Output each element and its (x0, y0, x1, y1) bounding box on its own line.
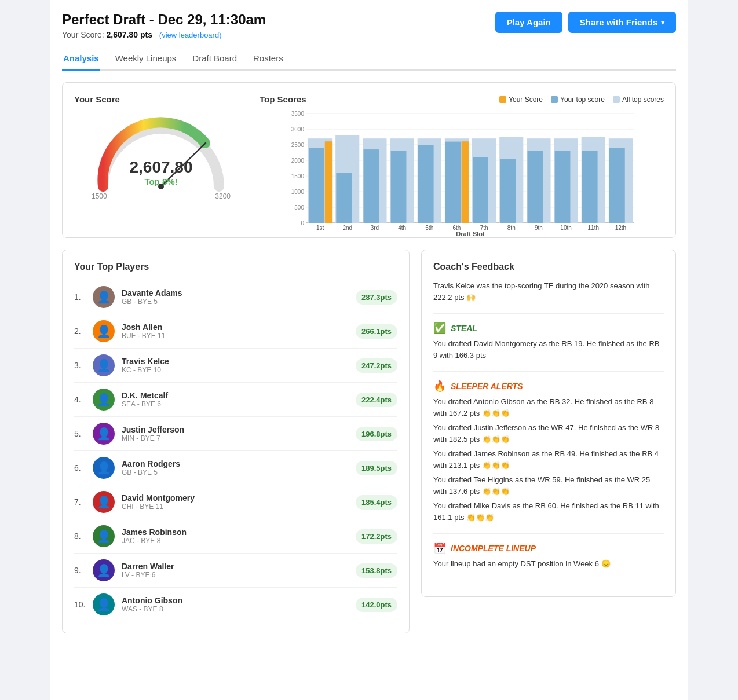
share-button[interactable]: Share with Friends (568, 12, 676, 33)
player-row: 2. 👤 Josh Allen BUF - BYE 11 266.1pts (74, 314, 397, 349)
sleeper-text: You drafted Antonio Gibson as the RB 32.… (433, 396, 664, 419)
player-team: GB - BYE 5 (122, 468, 349, 477)
player-avatar: 👤 (93, 286, 115, 308)
player-rank: 8. (74, 532, 86, 541)
legend-dot-your-score (499, 96, 506, 103)
gauge: 2,607.80 Top 8%! (92, 111, 231, 192)
svg-text:3500: 3500 (291, 111, 305, 117)
svg-rect-41 (582, 151, 598, 223)
svg-text:12th: 12th (615, 225, 626, 231)
player-name: James Robinson (122, 527, 349, 537)
player-team: JAC - BYE 8 (122, 537, 349, 545)
player-row: 8. 👤 James Robinson JAC - BYE 8 172.2pts (74, 519, 397, 554)
incomplete-label: INCOMPLETE LINEUP (451, 544, 536, 553)
svg-rect-19 (309, 148, 324, 223)
player-team: WAS - BYE 8 (122, 605, 349, 613)
svg-rect-31 (462, 141, 469, 223)
player-info: D.K. Metcalf SEA - BYE 6 (122, 391, 349, 408)
svg-text:2500: 2500 (291, 142, 305, 148)
player-avatar: 👤 (93, 423, 115, 445)
player-team: BUF - BYE 11 (122, 332, 349, 340)
svg-text:4th: 4th (398, 225, 406, 231)
svg-rect-22 (336, 173, 352, 223)
feedback-text: Travis Kelce was the top-scoring TE duri… (433, 280, 664, 303)
player-team: LV - BYE 6 (122, 571, 349, 579)
score-panel: Your Score (62, 82, 676, 238)
svg-rect-37 (528, 151, 543, 223)
svg-text:3000: 3000 (291, 126, 305, 133)
player-points: 142.0pts (356, 598, 397, 612)
feedback-badge-steal: ✅ STEAL (433, 322, 664, 335)
gauge-minmax: 1500 3200 (92, 192, 231, 200)
player-name: David Montgomery (122, 493, 349, 503)
leaderboard-link[interactable]: (view leaderboard) (159, 31, 222, 39)
player-row: 7. 👤 David Montgomery CHI - BYE 11 185.4… (74, 485, 397, 519)
sleeper-label: SLEEPER ALERTS (451, 382, 523, 391)
player-row: 6. 👤 Aaron Rodgers GB - BYE 5 189.5pts (74, 451, 397, 485)
player-avatar: 👤 (93, 354, 115, 376)
player-points: 266.1pts (356, 324, 397, 339)
svg-rect-26 (391, 151, 407, 223)
svg-text:0: 0 (301, 220, 304, 226)
gauge-text: 2,607.80 Top 8%! (130, 158, 193, 186)
player-name: Antonio Gibson (122, 596, 349, 605)
page-header: Perfect Draft - Dec 29, 11:30am Your Sco… (62, 12, 676, 39)
player-info: Davante Adams GB - BYE 5 (122, 288, 349, 306)
player-info: Aaron Rodgers GB - BYE 5 (122, 459, 349, 477)
player-avatar: 👤 (93, 389, 115, 411)
tab-analysis[interactable]: Analysis (62, 49, 100, 71)
header-right: Play Again Share with Friends (495, 12, 676, 33)
player-info: David Montgomery CHI - BYE 11 (122, 493, 349, 511)
chart-legend: Your Score Your top score All top scores (499, 96, 664, 104)
feedback-badge-sleeper: 🔥 SLEEPER ALERTS (433, 380, 664, 393)
play-again-button[interactable]: Play Again (495, 12, 562, 33)
feedback-list: Travis Kelce was the top-scoring TE duri… (433, 280, 664, 570)
player-row: 4. 👤 D.K. Metcalf SEA - BYE 6 222.4pts (74, 383, 397, 417)
top-scores-section: Top Scores Your Score Your top score All… (260, 94, 664, 226)
player-avatar: 👤 (93, 320, 115, 342)
players-list: 1. 👤 Davante Adams GB - BYE 5 287.3pts 2… (74, 280, 397, 621)
player-rank: 2. (74, 327, 86, 336)
score-value: 2,607.80 pts (107, 30, 152, 39)
svg-rect-24 (364, 149, 379, 223)
player-name: Travis Kelce (122, 357, 349, 366)
legend-label-your-score: Your Score (509, 96, 543, 104)
steal-label: STEAL (451, 324, 477, 333)
feedback-item: ✅ STEAL You drafted David Montgomery as … (433, 313, 664, 361)
player-points: 247.2pts (356, 358, 397, 373)
svg-text:1st: 1st (316, 225, 324, 231)
player-name: Josh Allen (122, 322, 349, 332)
player-name: Darren Waller (122, 562, 349, 571)
page-title: Perfect Draft - Dec 29, 11:30am (62, 12, 266, 28)
player-row: 1. 👤 Davante Adams GB - BYE 5 287.3pts (74, 280, 397, 314)
player-rank: 6. (74, 463, 86, 472)
player-row: 10. 👤 Antonio Gibson WAS - BYE 8 142.0pt… (74, 588, 397, 621)
sleeper-text: You drafted Tee Higgins as the WR 59. He… (433, 474, 664, 497)
sleeper-text: You drafted Mike Davis as the RB 60. He … (433, 500, 664, 523)
legend-top-score: Your top score (551, 96, 605, 104)
player-rank: 1. (74, 292, 86, 302)
player-points: 189.5pts (356, 461, 397, 475)
svg-rect-33 (473, 157, 488, 223)
player-name: D.K. Metcalf (122, 391, 349, 400)
legend-label-all-top: All top scores (622, 96, 664, 104)
player-info: Justin Jefferson MIN - BYE 7 (122, 425, 349, 442)
svg-text:500: 500 (294, 204, 304, 211)
svg-rect-35 (500, 159, 516, 223)
player-name: Davante Adams (122, 288, 349, 298)
tab-weekly-lineups[interactable]: Weekly Lineups (114, 49, 178, 71)
player-points: 222.4pts (356, 393, 397, 407)
svg-text:11th: 11th (588, 225, 599, 231)
svg-rect-28 (418, 145, 434, 223)
player-rank: 5. (74, 429, 86, 438)
score-line: Your Score: 2,607.80 pts (view leaderboa… (62, 30, 266, 39)
tab-rosters[interactable]: Rosters (252, 49, 284, 71)
player-row: 9. 👤 Darren Waller LV - BYE 6 153.8pts (74, 554, 397, 588)
player-name: Justin Jefferson (122, 425, 349, 434)
player-rank: 7. (74, 497, 86, 507)
tab-draft-board[interactable]: Draft Board (191, 49, 238, 71)
players-panel: Your Top Players 1. 👤 Davante Adams GB -… (62, 250, 410, 633)
player-rank: 3. (74, 361, 86, 370)
player-rank: 9. (74, 566, 86, 575)
player-avatar: 👤 (93, 525, 115, 547)
